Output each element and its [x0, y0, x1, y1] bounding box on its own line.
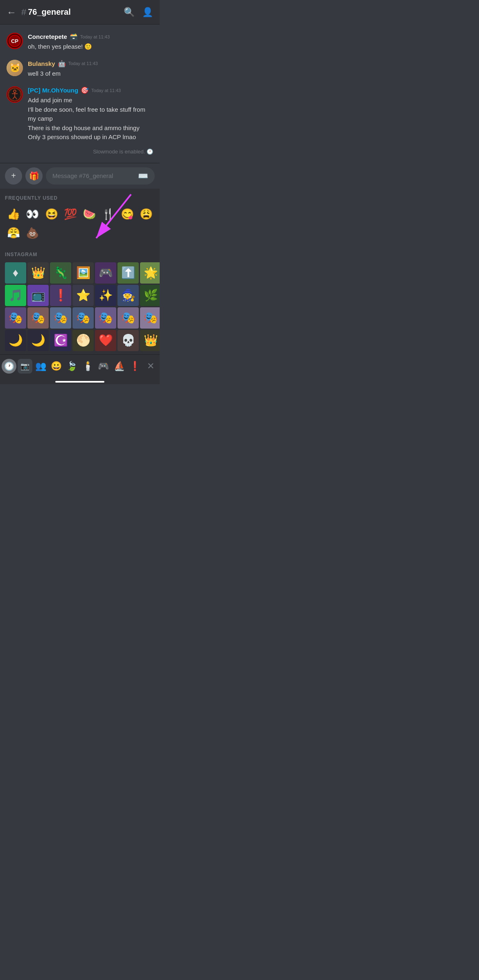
timestamp-1: Today at 11:43: [80, 34, 110, 39]
sticker-13[interactable]: 🧙: [117, 285, 139, 306]
badge-concretepete: 🗃️: [70, 33, 78, 41]
sticker-4[interactable]: 🖼️: [72, 262, 94, 284]
badge-bulansky: 🤖: [58, 60, 66, 68]
svg-text:CP: CP: [11, 38, 18, 44]
sticker-21[interactable]: 🎭: [140, 307, 160, 329]
emoji-sad[interactable]: 😩: [138, 206, 155, 223]
emoji-poop[interactable]: 💩: [24, 225, 41, 242]
sticker-6[interactable]: ⬆️: [117, 262, 139, 284]
username-bulansky: Bulansky: [28, 60, 55, 67]
timestamp-3: Today at 11:43: [91, 88, 121, 93]
message-input-wrapper[interactable]: Message #76_general ⌨️: [46, 167, 155, 185]
message-header-1: Concretepete 🗃️ Today at 11:43: [28, 33, 153, 41]
emoji-thumbsup[interactable]: 👍: [5, 206, 22, 223]
slowmode-notice: Slowmode is enabled. 🕐: [0, 147, 160, 158]
sticker-19[interactable]: 🎭: [95, 307, 116, 329]
sticker-12[interactable]: ✨: [95, 285, 116, 306]
message-group-3: [PC] Mr.OhYoung 🎯 Today at 11:43 Add and…: [0, 83, 160, 145]
message-placeholder: Message #76_general: [52, 172, 113, 179]
username-concretepete: Concretepete: [28, 33, 67, 40]
sticker-27[interactable]: 💀: [117, 330, 139, 351]
sticker-11[interactable]: ⭐: [72, 285, 94, 306]
emoji-100[interactable]: 💯: [62, 206, 79, 223]
avatar-bulansky: 🐱: [7, 60, 23, 76]
keyboard-icon[interactable]: ⌨️: [138, 171, 148, 181]
tab-ship[interactable]: ⛵: [112, 358, 127, 374]
message-text-3d: Only 3 persons showed up in ACP lmao: [28, 133, 153, 142]
badge-mrohyoung: 🎯: [81, 86, 89, 94]
avatar-cat-image: 🐱: [7, 60, 23, 76]
tab-people[interactable]: 👥: [33, 358, 48, 374]
instagram-icon: 📷: [18, 359, 32, 374]
sticker-25[interactable]: 🌕: [72, 330, 94, 351]
search-icon[interactable]: 🔍: [124, 7, 135, 18]
sticker-24[interactable]: ☪️: [50, 330, 71, 351]
message-group-1: CP Concretepete 🗃️ Today at 11:43 oh, th…: [0, 29, 160, 55]
emoji-section: FREQUENTLY USED 👍 👀 😆 💯 🍉 🍴 😋 😩 😤 💩: [0, 189, 160, 248]
emoji-yum[interactable]: 😋: [119, 206, 136, 223]
sticker-23[interactable]: 🌙: [27, 330, 49, 351]
message-text-3c: There is the dog house and ammo thingy: [28, 124, 153, 133]
emoji-watermelon[interactable]: 🍉: [81, 206, 98, 223]
message-input-bar: + 🎁 Message #76_general ⌨️: [0, 163, 160, 189]
message-header-3: [PC] Mr.OhYoung 🎯 Today at 11:43: [28, 86, 153, 94]
tab-candle[interactable]: 🕯️: [80, 358, 95, 374]
sticker-28[interactable]: 👑: [140, 330, 160, 351]
emoji-fork[interactable]: 🍴: [99, 206, 117, 223]
home-bar: [55, 381, 104, 383]
tab-clock[interactable]: 🕐: [2, 358, 16, 374]
sticker-1[interactable]: ♦️: [5, 262, 26, 284]
tab-instagram[interactable]: 📷: [17, 358, 32, 374]
sticker-20[interactable]: 🎭: [117, 307, 139, 329]
sticker-10[interactable]: ❗: [50, 285, 71, 306]
message-text-3b: I'll be done soon, feel free to take stu…: [28, 105, 153, 124]
message-text-3a: Add and join me: [28, 96, 153, 105]
message-content-3: [PC] Mr.OhYoung 🎯 Today at 11:43 Add and…: [28, 86, 153, 142]
sticker-7[interactable]: 🌟: [140, 262, 160, 284]
channel-name: 76_general: [28, 7, 124, 17]
avatar-mrohyoung: [7, 86, 23, 103]
timestamp-2: Today at 11:43: [68, 61, 98, 66]
tab-emoji[interactable]: 😀: [49, 358, 63, 374]
tab-gamepad[interactable]: 🎮: [96, 358, 111, 374]
channel-header: ← # 76_general 🔍 👤: [0, 0, 160, 25]
emoji-laughing[interactable]: 😆: [43, 206, 60, 223]
username-mrohyoung: [PC] Mr.OhYoung: [28, 87, 78, 94]
back-button[interactable]: ←: [7, 7, 16, 18]
home-indicator: [0, 378, 160, 384]
sticker-3[interactable]: 🦎: [50, 262, 71, 284]
sticker-16[interactable]: 🎭: [27, 307, 49, 329]
sticker-grid-instagram: ♦️ 👑 🦎 🖼️ 🎮 ⬆️ 🌟 🎵 📺 ❗ ⭐ ✨ 🧙 🌿 🎭 🎭 🎭 🎭 🎭…: [5, 262, 155, 351]
sticker-14[interactable]: 🌿: [140, 285, 160, 306]
tab-leaf[interactable]: 🍃: [65, 358, 79, 374]
sticker-section-title: INSTAGRAM: [5, 252, 155, 257]
sticker-26[interactable]: ❤️: [95, 330, 116, 351]
avatar-concretepete: CP: [7, 33, 23, 49]
header-icons: 🔍 👤: [124, 7, 153, 18]
emoji-section-title: FREQUENTLY USED: [5, 195, 155, 201]
avatar-vit-image: [7, 87, 22, 102]
bottom-tab-bar: 🕐 📷 👥 😀 🍃 🕯️ 🎮 ⛵ ❗ ✕: [0, 354, 160, 378]
sticker-18[interactable]: 🎭: [72, 307, 94, 329]
sticker-5[interactable]: 🎮: [95, 262, 116, 284]
message-header-2: Bulansky 🤖 Today at 11:43: [28, 60, 153, 68]
emoji-eyes[interactable]: 👀: [24, 206, 41, 223]
gift-button[interactable]: 🎁: [25, 167, 43, 185]
emoji-frustrated[interactable]: 😤: [5, 225, 22, 242]
clock-icon: 🕐: [2, 359, 16, 374]
messages-container: CP Concretepete 🗃️ Today at 11:43 oh, th…: [0, 25, 160, 163]
tab-close[interactable]: ✕: [143, 358, 158, 374]
sticker-2[interactable]: 👑: [27, 262, 49, 284]
sticker-17[interactable]: 🎭: [50, 307, 71, 329]
channel-hash: #: [21, 7, 26, 18]
message-content-2: Bulansky 🤖 Today at 11:43 well 3 of em: [28, 60, 153, 79]
add-button[interactable]: +: [5, 167, 22, 185]
slowmode-text: Slowmode is enabled. 🕐: [93, 149, 153, 155]
sticker-22[interactable]: 🌙: [5, 330, 26, 351]
tab-exclaim[interactable]: ❗: [127, 358, 142, 374]
sticker-9[interactable]: 📺: [27, 285, 49, 306]
sticker-8[interactable]: 🎵: [5, 285, 26, 306]
sticker-15[interactable]: 🎭: [5, 307, 26, 329]
profile-icon[interactable]: 👤: [142, 7, 153, 18]
message-text-2: well 3 of em: [28, 69, 153, 79]
